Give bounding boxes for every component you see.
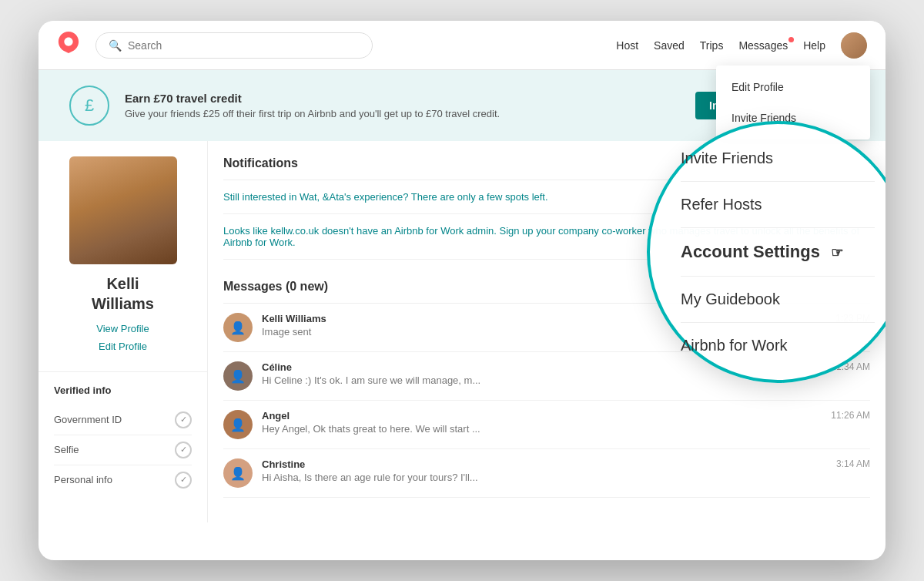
profile-photo <box>69 156 177 264</box>
left-panel: KelliWilliams View Profile Edit Profile … <box>38 141 208 522</box>
verified-section: Verified info Government ID ✓ Selfie ✓ P… <box>38 372 207 507</box>
nav-saved[interactable]: Saved <box>654 39 685 52</box>
nav-help[interactable]: Help <box>803 39 825 52</box>
verified-title: Verified info <box>54 385 192 396</box>
search-input[interactable] <box>128 39 360 52</box>
selfie-label: Selfie <box>54 444 79 455</box>
message-text-3: Hey Angel, Ok thats great to here. We wi… <box>262 423 870 435</box>
view-profile-link[interactable]: View Profile <box>54 320 192 338</box>
profile-name: KelliWilliams <box>54 274 192 314</box>
message-avatar-4: 👤 <box>223 458 253 488</box>
circle-menu-invite-friends[interactable]: Invite Friends <box>681 136 875 182</box>
promo-title: Earn £70 travel credit <box>125 92 680 105</box>
verified-item-selfie: Selfie ✓ <box>54 435 192 465</box>
search-bar: 🔍 <box>95 32 373 59</box>
selfie-check: ✓ <box>175 442 192 458</box>
circle-menu-refer-hosts[interactable]: Refer Hosts <box>681 182 875 228</box>
message-name-3: Angel <box>262 410 290 421</box>
promo-description: Give your friends £25 off their first tr… <box>125 108 680 119</box>
nav-trips[interactable]: Trips <box>700 39 724 52</box>
circle-menu-airbnb-for-work[interactable]: Airbnb for Work <box>681 323 875 368</box>
pound-icon: £ <box>85 96 94 116</box>
avatar[interactable] <box>841 32 867 59</box>
verified-item-government-id: Government ID ✓ <box>54 405 192 435</box>
message-time-3: 11:26 AM <box>831 410 870 421</box>
dropdown-edit-profile[interactable]: Edit Profile <box>716 72 870 102</box>
message-text-4: Hi Aisha, Is there an age rule for your … <box>262 472 870 483</box>
message-time-4: 3:14 AM <box>836 458 870 470</box>
search-icon: 🔍 <box>109 39 122 52</box>
promo-icon: £ <box>69 86 109 126</box>
notification-link-1[interactable]: Still interested in Wat, &Ata's experien… <box>223 191 548 203</box>
government-id-label: Government ID <box>54 414 122 425</box>
message-name-4: Christine <box>262 458 305 470</box>
message-item-4[interactable]: 👤 Christine 3:14 AM Hi Aisha, Is there a… <box>223 449 870 498</box>
message-avatar-3: 👤 <box>223 410 253 439</box>
profile-card: KelliWilliams View Profile Edit Profile <box>38 156 207 372</box>
personal-info-check: ✓ <box>175 472 192 489</box>
nav-host[interactable]: Host <box>616 39 638 52</box>
message-content-3: Angel 11:26 AM Hey Angel, Ok thats great… <box>262 410 870 435</box>
profile-links: View Profile Edit Profile <box>54 320 192 356</box>
circle-menu-my-guidebook[interactable]: My Guidebook <box>681 277 875 323</box>
nav-messages[interactable]: Messages <box>738 39 788 52</box>
personal-info-label: Personal info <box>54 474 112 485</box>
navbar-right: Host Saved Trips Messages Help <box>616 32 867 59</box>
message-avatar-1: 👤 <box>223 313 253 342</box>
verified-item-personal-info: Personal info ✓ <box>54 465 192 495</box>
message-name-1: Kelli Williams <box>262 313 326 324</box>
circle-menu-account-settings[interactable]: Account Settings ☞ <box>681 228 875 277</box>
cursor-hand-icon: ☞ <box>831 244 843 261</box>
government-id-check: ✓ <box>175 411 192 428</box>
airbnb-logo[interactable] <box>57 31 80 59</box>
navbar: 🔍 Host Saved Trips Messages Help Edit Pr… <box>38 21 886 70</box>
message-avatar-2: 👤 <box>223 361 253 391</box>
edit-profile-link[interactable]: Edit Profile <box>54 338 192 355</box>
message-content-4: Christine 3:14 AM Hi Aisha, Is there an … <box>262 458 870 483</box>
circle-overlay-menu: Invite Friends Refer Hosts Account Setti… <box>647 121 886 383</box>
message-name-2: Céline <box>262 361 292 373</box>
promo-text: Earn £70 travel credit Give your friends… <box>125 92 680 119</box>
message-item-3[interactable]: 👤 Angel 11:26 AM Hey Angel, Ok thats gre… <box>223 401 870 449</box>
